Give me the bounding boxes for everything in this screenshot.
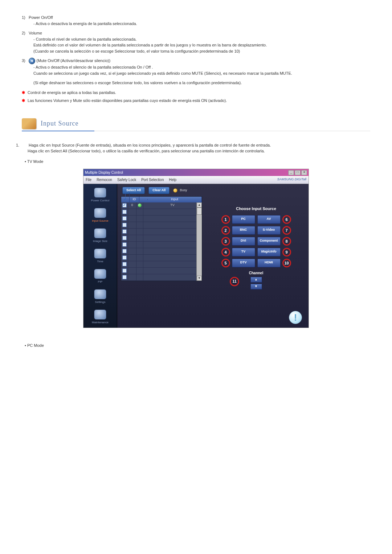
item1-header: 1) Power On/Off [22, 15, 370, 21]
table-row[interactable] [121, 235, 202, 242]
row-checkbox[interactable] [122, 236, 127, 240]
table-row[interactable]: 0 TV [121, 202, 202, 209]
sidebar: Power Control Input Source Image Size Ti… [83, 184, 117, 328]
item2-sub: - Controla el nivel de volumen de la pan… [22, 36, 370, 54]
channel-up-button[interactable]: ▲ [250, 277, 262, 283]
row-checkbox[interactable] [122, 268, 127, 273]
close-button[interactable]: ✕ [301, 170, 307, 175]
item3-num: 3) [22, 58, 28, 64]
maintenance-icon [94, 309, 106, 320]
source-bnc[interactable]: BNC [232, 226, 255, 235]
bullet-pc: • PC Mode [25, 342, 370, 349]
item2-title: Volume [29, 31, 42, 35]
menu-help[interactable]: Help [169, 177, 176, 182]
item1-title: Power On/Off [29, 15, 53, 20]
row-checkbox[interactable] [122, 275, 127, 279]
source-dtv[interactable]: DTV [232, 259, 255, 267]
source-magicinfo[interactable]: MagicInfo [257, 248, 281, 257]
row-checkbox[interactable] [122, 216, 127, 221]
table-row[interactable] [121, 229, 202, 235]
row-checkbox[interactable] [122, 223, 127, 227]
sidebar-input-source[interactable]: Input Source [83, 206, 117, 226]
row-checkbox[interactable] [122, 229, 127, 234]
scrollbar[interactable]: ▲ ▼ [196, 202, 202, 281]
row-checkbox[interactable] [122, 242, 127, 247]
item3-header: 3) (Mute On/Off (Activar/desactivar sile… [22, 58, 370, 64]
item2-l1: - Controla el nivel de volumen de la pan… [33, 36, 370, 42]
table-row[interactable] [121, 209, 202, 216]
table-row[interactable] [121, 255, 202, 261]
brand-label: SAMSUNG DIGITall [277, 177, 306, 182]
row-checkbox[interactable] [122, 210, 127, 214]
scroll-down-button[interactable]: ▼ [197, 276, 202, 281]
list-item-2: 2) Volume - Controla el nivel de volumen… [22, 30, 370, 54]
source-tv[interactable]: TV [232, 248, 255, 257]
table-row[interactable] [121, 274, 202, 281]
sidebar-power[interactable]: Power Control [83, 185, 117, 206]
sidebar-pip[interactable]: PIP [83, 267, 117, 287]
callout-2: 2 [221, 226, 230, 235]
row-checkbox[interactable] [122, 255, 127, 260]
sidebar-power-label: Power Control [91, 199, 110, 202]
callout-8: 8 [282, 237, 291, 246]
item3-sub: - Activa o desactiva el silencio de la p… [22, 64, 370, 86]
input-source-panel: Choose Input Source 1 PC AV 6 2 BNC S-Vi… [207, 196, 305, 291]
star-note-1: ✱Control de energía se aplica a todas la… [22, 90, 370, 96]
sidebar-settings[interactable]: Settings [83, 287, 117, 307]
th-id: ID [130, 197, 139, 202]
list-item-1: 1) Power On/Off - Activa o desactiva la … [22, 15, 370, 26]
callout-10: 10 [282, 259, 291, 267]
star-icon: ✱ [22, 90, 28, 96]
table-row[interactable] [121, 248, 202, 255]
table-row[interactable] [121, 216, 202, 222]
source-av[interactable]: AV [257, 215, 281, 224]
menu-safety-lock[interactable]: Safety Lock [117, 177, 136, 182]
sidebar-maint-label: Maintenance [92, 321, 109, 324]
item2-l2: Está definido con el valor del volumen d… [33, 42, 370, 48]
source-dvi[interactable]: DVI [232, 237, 255, 246]
window-title: Multiple Display Control [85, 170, 123, 175]
item3-l1: - Activa o desactiva el silencio de la p… [33, 64, 370, 70]
clear-all-button[interactable]: Clear All [148, 187, 170, 194]
sidebar-maintenance[interactable]: Maintenance [83, 307, 117, 328]
item3-title: (Mute On/Off (Activar/desactivar silenci… [36, 58, 110, 63]
intro-l1: Haga clic en Input Source (Fuente de ent… [29, 143, 271, 147]
row-status-icon [138, 204, 142, 207]
source-pc[interactable]: PC [232, 215, 255, 224]
item2-header: 2) Volume [22, 30, 370, 36]
table-row[interactable] [121, 222, 202, 229]
star-note-2: ✱Las funciones Volumen y Mute sólo están… [22, 98, 370, 104]
menu-remocon[interactable]: Remocon [97, 177, 112, 182]
source-hdmi[interactable]: HDMI [257, 259, 281, 267]
callout-7: 7 [282, 226, 291, 235]
section-title: Input Source [41, 119, 78, 128]
intro-item: 1. Haga clic en Input Source (Fuente de … [22, 142, 370, 154]
item1-num: 1) [22, 15, 28, 21]
source-component[interactable]: Component [257, 237, 281, 246]
row-checkbox[interactable] [122, 203, 127, 208]
table-row[interactable] [121, 261, 202, 268]
table-row[interactable] [121, 242, 202, 248]
scroll-up-button[interactable]: ▲ [197, 202, 202, 208]
settings-icon [94, 289, 106, 299]
table-row[interactable] [121, 268, 202, 274]
scroll-thumb[interactable] [197, 208, 202, 215]
channel-down-button[interactable]: ▼ [250, 284, 262, 290]
menu-file[interactable]: File [86, 177, 91, 182]
mute-icon [29, 58, 35, 64]
star1-text: Control de energía se aplica a todas las… [28, 90, 116, 95]
section-header: Input Source [22, 118, 370, 131]
source-grid: 1 PC AV 6 2 BNC S-Video 7 3 DVI Componen… [207, 215, 305, 267]
source-svideo[interactable]: S-Video [257, 226, 281, 235]
row-checkbox[interactable] [122, 249, 127, 253]
sidebar-input-label: Input Source [92, 219, 108, 222]
row-checkbox[interactable] [122, 262, 127, 266]
toolbar: Select All Clear All Busy [121, 187, 305, 194]
time-icon [94, 249, 106, 259]
sidebar-time[interactable]: Time [83, 246, 117, 267]
menu-port-selection[interactable]: Port Selection [141, 177, 164, 182]
sidebar-image-size[interactable]: Image Size [83, 226, 117, 246]
maximize-button[interactable]: □ [295, 170, 301, 175]
minimize-button[interactable]: _ [288, 170, 294, 175]
info-icon[interactable]: ! [289, 311, 302, 324]
